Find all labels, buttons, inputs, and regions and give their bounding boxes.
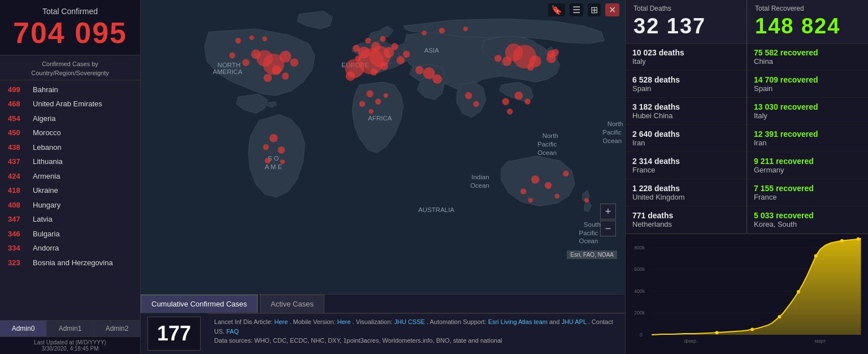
info-jhu-csse[interactable]: JHU CSSE [394,318,424,325]
svg-point-49 [502,98,510,105]
deaths-list-item: 2 314 deathsFrance [626,152,747,179]
country-item[interactable]: 454Algeria [0,111,140,126]
total-deaths-label: Total Deaths [633,5,739,12]
country-item[interactable]: 424Armenia [0,169,140,184]
admin-tab-admin2[interactable]: Admin2 [94,321,140,336]
svg-point-48 [515,92,523,100]
zoom-out-button[interactable]: − [600,221,616,236]
map-info-bar: Lancet Inf Dis Article: Here . Mobile Ve… [207,313,625,349]
svg-point-28 [380,62,388,71]
country-item[interactable]: 468United Arab Emirates [0,97,140,111]
stats-row: Total Deaths 32 137 Total Recovered 148 … [626,0,868,44]
map-tabs-row: Cumulative Confirmed CasesActive Cases [141,294,625,313]
close-button[interactable]: ✕ [605,3,619,16]
admin-tab-admin1[interactable]: Admin1 [47,321,94,336]
total-deaths-number: 32 137 [633,15,739,38]
svg-point-25 [371,42,381,51]
total-confirmed-box: Total Confirmed 704 095 [0,0,140,55]
country-item[interactable]: 408Hungary [0,198,140,213]
svg-point-37 [432,74,442,84]
svg-text:600k: 600k [634,267,645,273]
svg-point-103 [797,290,800,293]
svg-point-79 [384,93,388,98]
svg-point-60 [584,198,589,202]
country-list: 499Bahrain468United Arab Emirates454Alge… [0,80,140,320]
map-toolbar: 🔖 ☰ ⊞ ✕ [548,3,619,16]
list-icon[interactable]: ☰ [570,3,583,16]
recovered-list-item: 14 709 recoveredSpain [747,71,868,98]
country-item[interactable]: 347Latvia [0,212,140,227]
svg-point-33 [403,51,410,58]
recovered-list-item: 5 033 recoveredKorea, South [747,206,868,234]
country-item[interactable]: 437Lithuania [0,154,140,169]
info-jhu-apl[interactable]: JHU APL [561,318,586,325]
svg-point-52 [465,92,472,100]
svg-point-70 [229,53,235,58]
deaths-list-item: 6 528 deathsSpain [626,71,747,98]
svg-point-82 [463,27,468,31]
total-confirmed-number: 704 095 [9,17,131,49]
svg-point-53 [473,101,479,106]
svg-point-75 [280,159,285,164]
svg-text:март: март [815,339,826,344]
recovered-list-item: 7 155 recoveredFrance [747,179,868,206]
recovered-list: 75 582 recoveredChina14 709 recoveredSpa… [747,44,868,234]
total-confirmed-label: Total Confirmed [9,7,131,16]
info-here-2[interactable]: Here [337,318,351,325]
country-item[interactable]: 438Lebanon [0,140,140,155]
info-lancet-prefix: Lancet Inf Dis Article: [214,318,274,325]
info-sources: Data sources: WHO, CDC, ECDC, NHC, DXY, … [214,336,618,346]
map-count-badge: 177 [147,317,201,351]
map-svg-container[interactable]: EUROPE ASIA AFRICA NORTH AMERICA S O A M… [141,0,625,294]
deaths-list-item: 10 023 deathsItaly [626,44,747,71]
bookmark-icon[interactable]: 🔖 [548,3,565,16]
svg-point-77 [375,98,381,104]
deaths-list-item: 2 640 deathsIran [626,125,747,152]
svg-point-81 [439,28,445,33]
svg-point-63 [280,51,292,63]
info-faq[interactable]: FAQ [226,328,238,335]
country-item[interactable]: 418Ukraine [0,183,140,198]
svg-point-104 [814,254,818,258]
detailed-stats: 10 023 deathsItaly6 528 deathsSpain3 182… [626,44,868,234]
svg-point-73 [263,144,268,150]
country-item[interactable]: 450Morocco [0,126,140,140]
svg-point-30 [365,38,371,44]
svg-point-44 [494,55,502,62]
svg-text:800k: 800k [634,245,645,251]
svg-point-42 [502,57,512,66]
svg-point-102 [778,316,781,319]
svg-point-69 [282,72,289,80]
grid-icon[interactable]: ⊞ [588,3,601,16]
svg-point-106 [857,238,860,241]
total-recovered-number: 148 824 [755,15,860,38]
country-item[interactable]: 499Bahrain [0,83,140,97]
map-tab-1[interactable]: Active Cases [260,295,324,313]
svg-point-66 [290,58,298,67]
country-item[interactable]: 323Bosnia and Herzegovina [0,256,140,270]
svg-point-71 [270,134,278,143]
esri-badge: Esri, FAO, NOAA [567,251,617,259]
info-esri-living[interactable]: Esri Living Atlas team [488,318,548,325]
svg-point-59 [528,198,533,202]
svg-point-38 [415,66,424,75]
admin-tabs: Admin0Admin1Admin2 [0,320,140,336]
recovered-list-item: 12 391 recoveredIran [747,125,868,152]
country-item[interactable]: 334Andorra [0,241,140,256]
map-tab-0[interactable]: Cumulative Confirmed Cases [141,295,258,313]
right-panel: Total Deaths 32 137 Total Recovered 148 … [625,0,868,354]
svg-point-65 [272,66,281,75]
svg-point-51 [507,109,513,114]
admin-tab-admin0[interactable]: Admin0 [0,321,47,336]
svg-point-34 [355,55,361,61]
country-item[interactable]: 346Bulgaria [0,227,140,241]
info-here-1[interactable]: Here [274,318,288,325]
map-area: 🔖 ☰ ⊞ ✕ [141,0,625,354]
deaths-list: 10 023 deathsItaly6 528 deathsSpain3 182… [626,44,747,234]
svg-point-105 [840,239,844,243]
recovered-box: Total Recovered 148 824 [747,0,868,44]
svg-point-100 [715,331,719,335]
zoom-in-button[interactable]: + [600,204,616,219]
svg-point-58 [555,194,559,198]
chart-area: 800k 600k 400k 200k 0 февр. март [626,234,868,354]
